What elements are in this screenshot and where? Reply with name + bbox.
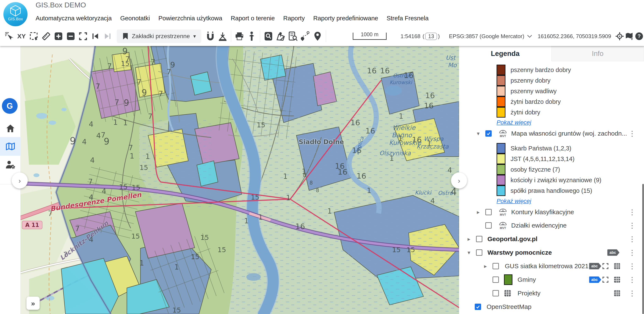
color-swatch — [496, 164, 506, 175]
smart-select-tool-button[interactable] — [3, 30, 16, 42]
show-more-link[interactable]: Pokaż więcej — [496, 198, 531, 204]
layer-checkbox[interactable] — [476, 236, 482, 242]
attribute-table-icon[interactable] — [614, 263, 620, 270]
layer-name[interactable]: GUS siatka kilometrowa 2021 — [505, 262, 588, 270]
nav-reports[interactable]: Raporty — [283, 15, 305, 22]
legend-item: kościoły i związki wyznaniowe (9) — [496, 175, 602, 186]
tab-info[interactable]: Info — [552, 46, 644, 61]
sidebar-item-user-admin[interactable] — [0, 156, 20, 174]
expand-toolbar-button[interactable]: » — [26, 297, 40, 310]
measure-tool-button[interactable] — [40, 30, 52, 42]
check-icon — [476, 304, 480, 309]
nav-auto-vectorization[interactable]: Automatyczna wektoryzacja — [36, 15, 112, 22]
select-area-icon — [30, 32, 38, 41]
layer-checkbox[interactable] — [492, 263, 499, 269]
select-area-button[interactable] — [28, 30, 40, 42]
layer-name[interactable]: Kontury klasyfikacyjne — [511, 208, 574, 216]
nav-geonotes[interactable]: Geonotatki — [120, 15, 150, 22]
next-view-button[interactable] — [102, 30, 114, 42]
previous-icon — [91, 32, 99, 40]
full-extent-button[interactable] — [77, 30, 89, 42]
legend-panel: Legenda Info pszenny bardzo dobry pszenn… — [459, 46, 644, 314]
zoom-to-extent-icon[interactable] — [602, 276, 608, 283]
layer-checkbox[interactable] — [485, 130, 492, 137]
labels-toggle-abc-icon[interactable]: abc — [607, 250, 620, 256]
search-on-map-button[interactable] — [274, 30, 287, 42]
snapping-button[interactable] — [204, 30, 216, 42]
geolocate-button[interactable] — [615, 30, 624, 42]
expand-arrow-icon[interactable]: ▸ — [484, 263, 487, 270]
kebab-menu-icon[interactable]: ⋮ — [628, 249, 636, 256]
legend-item: pszenny wadliwy — [496, 86, 557, 96]
nav-fresnel-zone[interactable]: Strefa Fresnela — [386, 15, 428, 22]
zoom-in-button[interactable] — [52, 30, 64, 42]
person-icon — [248, 31, 255, 41]
layer-group-name[interactable]: Warstwy pomocnicze — [488, 249, 552, 256]
gisbox-logo[interactable]: GIS.Box — [4, 2, 28, 26]
kebab-menu-icon[interactable]: ⋮ — [628, 236, 636, 242]
layer-checkbox[interactable] — [485, 222, 492, 228]
layer-row-kontury: ▸ MVT Kontury klasyfikacyjne ⋮ — [459, 206, 644, 218]
labels-toggle-abc-icon[interactable]: abc — [589, 263, 601, 270]
color-swatch — [496, 75, 506, 86]
panel-scrollbar[interactable] — [642, 184, 644, 314]
kebab-menu-icon[interactable]: ⋮ — [628, 262, 636, 270]
xy-coordinates-button[interactable]: XY — [16, 30, 28, 42]
search-button[interactable] — [262, 30, 274, 42]
avatar[interactable]: G — [2, 98, 18, 114]
nav-predefined-reports[interactable]: Raporty predefiniowane — [313, 15, 378, 22]
attribute-table-icon[interactable] — [614, 290, 620, 297]
map-canvas[interactable]: 7777777777777779999991111111111111111115… — [20, 46, 459, 314]
layer-name[interactable]: Działki ewidencyjne — [511, 222, 567, 229]
layer-checkbox[interactable] — [492, 290, 499, 296]
previous-view-button[interactable] — [89, 30, 102, 42]
zoom-out-button[interactable] — [64, 30, 77, 42]
street-view-button[interactable] — [246, 30, 258, 42]
layer-name[interactable]: Mapa własności gruntów (woj. zachodn... — [511, 130, 627, 137]
legend-item: pszenny bardzo dobry — [496, 64, 571, 75]
collapse-right-panel-button[interactable]: › — [451, 172, 467, 188]
scale-display[interactable]: 1:54168 ( 13 ) — [400, 33, 440, 40]
kebab-menu-icon[interactable]: ⋮ — [628, 130, 636, 137]
layer-name[interactable]: Projekty — [518, 290, 540, 297]
kebab-menu-icon[interactable]: ⋮ — [628, 276, 636, 283]
collapse-arrow-icon[interactable]: ▾ — [468, 250, 470, 256]
layer-checkbox[interactable] — [475, 304, 481, 310]
svg-text:MVT: MVT — [500, 134, 506, 138]
nav-usable-area[interactable]: Powierzchnia użytkowa — [158, 15, 222, 22]
labels-toggle-abc-icon[interactable]: abc — [589, 276, 601, 283]
nav-terrain-report[interactable]: Raport o terenie — [231, 15, 275, 22]
layer-name[interactable]: Gminy — [518, 276, 536, 283]
layer-checkbox[interactable] — [492, 276, 499, 283]
mvt-layer-icon: MVT — [498, 208, 507, 216]
layer-name[interactable]: OpenStreetMap — [486, 303, 532, 310]
collapse-arrow-icon[interactable]: ▾ — [477, 130, 480, 137]
search-document-button[interactable] — [287, 30, 299, 42]
basemap-switch-button[interactable] — [624, 30, 634, 42]
print-button[interactable] — [233, 30, 246, 42]
layer-checkbox[interactable] — [485, 209, 492, 215]
collapse-left-panel-button[interactable]: › — [12, 172, 28, 188]
route-button[interactable] — [299, 30, 312, 42]
expand-arrow-icon[interactable]: ▸ — [468, 236, 470, 242]
import-layer-button[interactable] — [216, 30, 229, 42]
spatial-bookmarks-button[interactable]: Zakładki przestrzenne ▾ — [117, 30, 202, 43]
projection-selector[interactable]: EPSG:3857 (Google Mercator) — [449, 33, 532, 40]
sidebar-item-map[interactable] — [0, 137, 20, 156]
expand-arrow-icon[interactable]: ▸ — [477, 209, 480, 216]
zoom-to-extent-icon[interactable] — [602, 263, 608, 269]
kebab-menu-icon[interactable]: ⋮ — [628, 290, 636, 297]
legend-item-label: spółki prawa handlowego (15) — [510, 187, 592, 194]
sidebar-item-home[interactable] — [0, 119, 20, 138]
tab-legend[interactable]: Legenda — [459, 46, 552, 61]
kebab-menu-icon[interactable]: ⋮ — [628, 222, 636, 229]
layer-group-name[interactable]: Geoportal.gov.pl — [488, 236, 538, 242]
chevron-right-icon: › — [458, 176, 460, 185]
help-button[interactable]: ? — [634, 30, 644, 42]
go-to-location-button[interactable] — [312, 30, 324, 42]
show-more-link[interactable]: Pokaż więcej — [496, 119, 531, 126]
kebab-menu-icon[interactable]: ⋮ — [628, 208, 636, 216]
attribute-table-icon[interactable] — [614, 276, 620, 283]
cube-icon — [10, 5, 21, 16]
layer-checkbox[interactable] — [476, 250, 482, 256]
